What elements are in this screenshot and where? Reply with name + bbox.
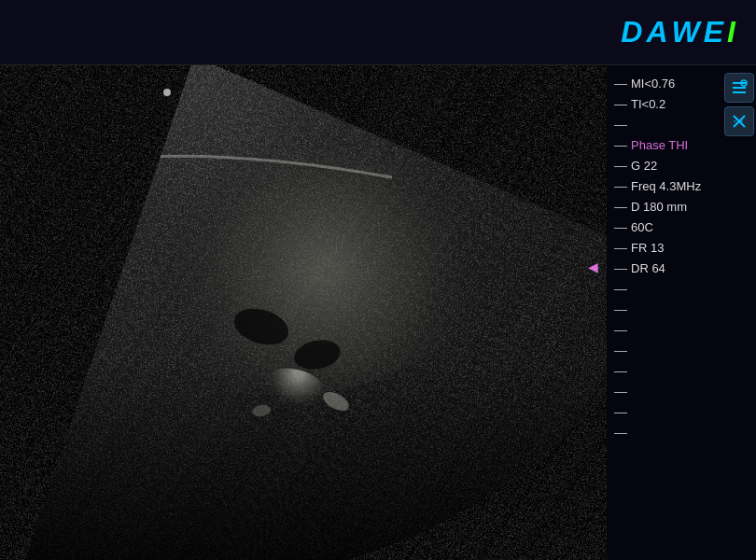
depth-arrow-indicator: ◀ [588,259,598,274]
param-label-ti: TI<0.2 [631,97,665,111]
param-dash-e7: — [614,404,627,419]
param-label-freq: Freq 4.3MHz [631,179,701,193]
menu-button[interactable] [724,73,754,103]
param-dash-phase: — [614,137,627,152]
right-panel: —MI<0.76—TI<0.2——Phase THI—G 22—Freq 4.3… [607,65,756,560]
right-buttons [721,65,754,144]
param-dash-dr: — [614,260,627,275]
param-dash-gain: — [614,158,627,173]
param-row-depth: —D 180 mm [614,196,756,217]
menu-icon [731,79,748,96]
param-row-e2: — [614,299,756,319]
logo-i: I [727,15,737,49]
param-label-phase: Phase THI [631,138,688,152]
param-row-gain: —G 22 [614,155,756,175]
logo-d: D [621,15,644,49]
param-label-depth: D 180 mm [631,200,687,214]
logo-e: E [704,15,725,49]
param-dash-empty1: — [614,117,627,132]
header: D A W E I [0,0,756,65]
param-label-fr: FR 13 [631,241,664,255]
param-dash-angle: — [614,219,627,234]
param-label-angle: 60C [631,220,653,234]
param-row-e6: — [614,381,756,401]
indicator-dot [163,89,171,96]
param-dash-mi: — [614,76,627,91]
param-row-e4: — [614,340,756,360]
close-button[interactable] [724,106,754,136]
param-row-e7: — [614,401,756,422]
param-row-e3: — [614,319,756,340]
param-dash-e1: — [614,281,627,296]
param-row-dr: —DR 64 [614,258,756,278]
ultrasound-canvas [0,65,607,560]
param-dash-e5: — [614,363,627,378]
param-row-freq: —Freq 4.3MHz [614,175,756,196]
param-dash-e4: — [614,343,627,357]
param-label-gain: G 22 [631,159,657,173]
ultrasound-display: ◀ [0,65,607,560]
param-row-fr: —FR 13 [614,237,756,258]
param-dash-freq: — [614,178,627,193]
main-area: ◀ —MI<0.76—TI<0.2——Phase THI—G 22—Freq 4… [0,65,756,560]
param-dash-fr: — [614,240,627,255]
param-dash-e6: — [614,384,627,399]
logo-a: A [646,15,669,49]
param-dash-e2: — [614,301,627,316]
param-dash-e8: — [614,425,627,440]
logo-w: W [672,15,702,49]
param-dash-depth: — [614,199,627,214]
param-dash-ti: — [614,96,627,111]
param-row-e1: — [614,278,756,299]
param-label-dr: DR 64 [631,261,665,275]
param-dash-e3: — [614,322,627,337]
param-label-mi: MI<0.76 [631,77,675,91]
param-row-e8: — [614,422,756,442]
dawei-logo: D A W E I [621,15,737,49]
param-row-angle: —60C [614,217,756,237]
close-icon [731,113,748,130]
param-row-e5: — [614,360,756,381]
